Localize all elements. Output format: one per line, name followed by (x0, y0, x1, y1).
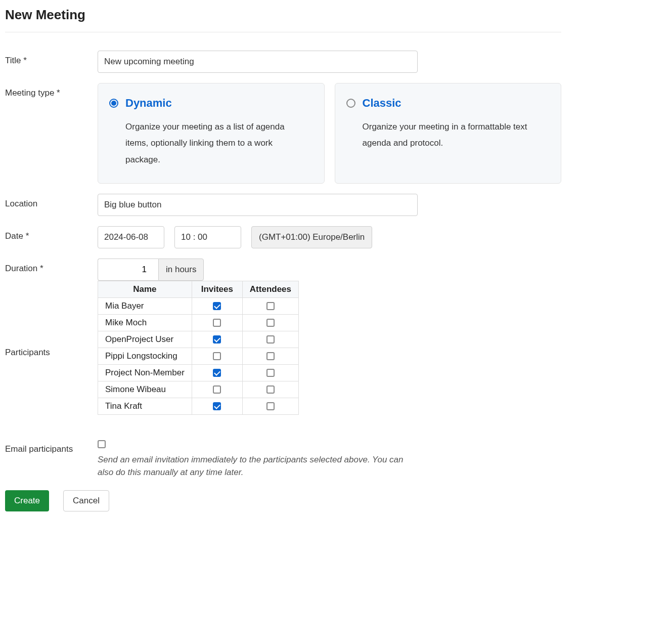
table-row: Pippi Longstocking (98, 348, 299, 364)
meeting-type-title: Dynamic (125, 97, 172, 110)
cancel-button[interactable]: Cancel (63, 490, 109, 511)
create-button[interactable]: Create (5, 490, 49, 511)
invitee-checkbox[interactable] (213, 335, 221, 344)
participant-name: Mike Moch (98, 314, 192, 331)
invitee-checkbox[interactable] (213, 402, 221, 410)
meeting-type-title: Classic (363, 97, 401, 110)
meeting-type-desc: Organize your meeting as a list of agend… (125, 119, 305, 168)
participant-name: Project Non-Member (98, 364, 192, 381)
table-row: Tina Kraft (98, 398, 299, 414)
participant-name: Pippi Longstocking (98, 348, 192, 364)
invitee-checkbox[interactable] (213, 352, 221, 360)
attendee-checkbox[interactable] (266, 352, 275, 360)
participant-name: Tina Kraft (98, 398, 192, 414)
participants-label: Participants (5, 348, 98, 358)
participant-name: Mia Bayer (98, 297, 192, 314)
table-row: Mike Moch (98, 314, 299, 331)
participant-name: OpenProject User (98, 331, 192, 348)
col-name: Name (98, 281, 192, 297)
email-participants-checkbox[interactable] (98, 440, 106, 448)
invitee-checkbox[interactable] (213, 302, 221, 310)
location-label: Location (5, 194, 98, 209)
radio-icon[interactable] (109, 99, 118, 108)
radio-icon[interactable] (346, 99, 355, 108)
email-participants-label: Email participants (5, 439, 98, 454)
attendee-checkbox[interactable] (266, 335, 275, 344)
invitee-checkbox[interactable] (213, 319, 221, 327)
attendee-checkbox[interactable] (266, 319, 275, 327)
attendee-checkbox[interactable] (266, 369, 275, 377)
col-invitees: Invitees (192, 281, 242, 297)
table-row: Simone Wibeau (98, 381, 299, 398)
invitee-checkbox[interactable] (213, 369, 221, 377)
table-row: OpenProject User (98, 331, 299, 348)
meeting-type-classic[interactable]: ClassicOrganize your meeting in a format… (335, 83, 562, 184)
time-input[interactable] (174, 226, 241, 248)
invitee-checkbox[interactable] (213, 385, 221, 394)
location-input[interactable] (98, 194, 418, 216)
table-row: Mia Bayer (98, 297, 299, 314)
duration-label: Duration * (5, 259, 98, 274)
participant-name: Simone Wibeau (98, 381, 192, 398)
col-attendees: Attendees (242, 281, 298, 297)
title-input[interactable] (98, 51, 418, 73)
page-title: New Meeting (5, 7, 561, 23)
duration-input[interactable] (98, 259, 158, 281)
divider (5, 32, 561, 32)
date-input[interactable] (98, 226, 164, 248)
meeting-type-desc: Organize your meeting in a formattable t… (363, 119, 542, 152)
meeting-type-label: Meeting type * (5, 83, 98, 98)
title-label: Title * (5, 51, 98, 66)
attendee-checkbox[interactable] (266, 385, 275, 394)
attendee-checkbox[interactable] (266, 302, 275, 310)
attendee-checkbox[interactable] (266, 402, 275, 410)
email-participants-hint: Send an email invitation immediately to … (98, 453, 411, 479)
timezone-select[interactable]: (GMT+01:00) Europe/Berlin (251, 226, 372, 248)
participants-table: Name Invitees Attendees Mia BayerMike Mo… (98, 281, 299, 415)
meeting-type-dynamic[interactable]: DynamicOrganize your meeting as a list o… (98, 83, 325, 184)
table-row: Project Non-Member (98, 364, 299, 381)
duration-unit: in hours (158, 259, 204, 281)
date-label: Date * (5, 226, 98, 241)
